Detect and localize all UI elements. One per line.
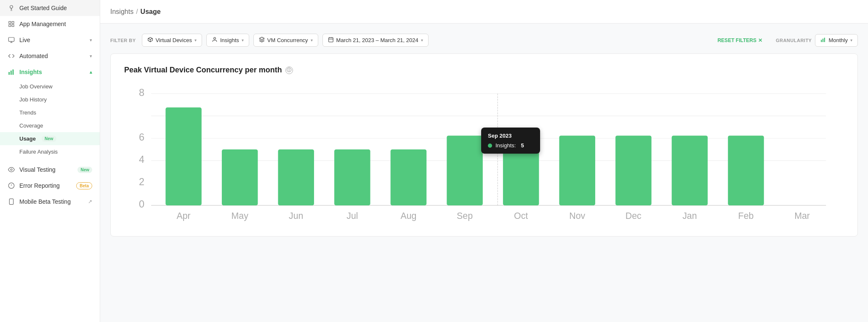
svg-text:4: 4 <box>139 154 144 165</box>
content-area: FILTER BY Virtual Devices ▾ Insights ▾ <box>100 24 868 322</box>
sidebar-sub-label-failure-analysis: Failure Analysis <box>19 149 58 155</box>
calendar-icon <box>328 37 334 44</box>
sidebar-label-visual-testing: Visual Testing <box>19 166 71 173</box>
bar-apr[interactable] <box>165 107 202 205</box>
breadcrumb-parent[interactable]: Insights <box>110 8 133 16</box>
sidebar-label-get-started: Get Started Guide <box>19 5 92 11</box>
bar-sep[interactable] <box>447 136 483 205</box>
chevron-down-icon: ▾ <box>242 38 244 43</box>
bar-jan[interactable] <box>672 136 708 205</box>
svg-text:Nov: Nov <box>569 211 585 221</box>
svg-point-12 <box>11 169 12 170</box>
svg-rect-10 <box>11 71 12 75</box>
bar-oct[interactable] <box>503 136 539 205</box>
bar-feb[interactable] <box>728 136 764 205</box>
chevron-down-icon: ▾ <box>90 37 92 43</box>
breadcrumb: Insights / Usage <box>110 8 161 16</box>
svg-point-19 <box>214 37 216 40</box>
chevron-down-icon: ▾ <box>311 38 313 43</box>
bar-chart-svg: 8 6 4 2 0 <box>124 85 844 228</box>
vm-concurrency-filter-label: VM Concurrency <box>267 37 308 43</box>
vm-concurrency-filter[interactable]: VM Concurrency ▾ <box>253 34 318 47</box>
sidebar-sub-item-usage[interactable]: Usage New <box>0 132 100 145</box>
insights-filter[interactable]: Insights ▾ <box>206 34 249 47</box>
reset-filters-button[interactable]: RESET FILTERS ✕ <box>717 37 762 43</box>
virtual-devices-filter[interactable]: Virtual Devices ▾ <box>142 34 202 47</box>
svg-text:6: 6 <box>139 132 144 143</box>
sidebar-sub-label-trends: Trends <box>19 109 36 116</box>
svg-rect-16 <box>9 199 13 204</box>
svg-rect-2 <box>9 21 11 24</box>
sidebar-sub-label-coverage: Coverage <box>19 122 43 129</box>
sidebar-sub-item-job-history[interactable]: Job History <box>0 93 100 106</box>
svg-text:Dec: Dec <box>626 211 642 221</box>
visual-testing-badge: New <box>77 167 92 173</box>
svg-text:Mar: Mar <box>794 211 810 221</box>
bar-dec[interactable] <box>615 136 652 205</box>
granularity-value: Monthly <box>828 37 848 43</box>
chart-wrapper: 8 6 4 2 0 <box>124 85 844 228</box>
svg-rect-21 <box>328 37 333 42</box>
bar-may[interactable] <box>222 149 258 205</box>
alert-icon <box>8 182 15 189</box>
svg-text:Sep: Sep <box>457 211 473 221</box>
svg-text:0: 0 <box>139 199 144 210</box>
bar-jul[interactable] <box>334 149 370 205</box>
sidebar-item-live[interactable]: Live ▾ <box>0 32 100 48</box>
sidebar-sub-item-failure-analysis[interactable]: Failure Analysis <box>0 145 100 158</box>
sidebar-label-automated: Automated <box>19 53 85 59</box>
grid-icon <box>8 20 15 28</box>
breadcrumb-current: Usage <box>141 8 161 16</box>
svg-text:Aug: Aug <box>400 211 416 221</box>
bar-chart-icon <box>8 68 15 76</box>
code-icon <box>8 52 15 60</box>
bar-jun[interactable] <box>278 149 314 205</box>
sidebar-sub-label-job-overview: Job Overview <box>19 83 53 90</box>
svg-rect-25 <box>821 40 822 42</box>
svg-marker-20 <box>259 37 264 40</box>
error-reporting-badge: Beta <box>76 182 92 189</box>
insights-filter-label: Insights <box>220 37 239 43</box>
svg-text:Feb: Feb <box>738 211 754 221</box>
cube-icon <box>147 37 153 44</box>
sidebar-item-insights[interactable]: Insights ▴ <box>0 64 100 80</box>
svg-text:May: May <box>231 211 248 221</box>
sidebar-label-error-reporting: Error Reporting <box>19 182 69 189</box>
sidebar-sub-item-coverage[interactable]: Coverage <box>0 119 100 132</box>
svg-rect-27 <box>824 37 825 42</box>
chevron-down-icon: ▾ <box>194 38 197 43</box>
sidebar-item-app-management[interactable]: App Management <box>0 16 100 32</box>
svg-text:8: 8 <box>139 87 144 98</box>
date-range-filter[interactable]: March 21, 2023 – March 21, 2024 ▾ <box>322 34 429 47</box>
svg-rect-4 <box>9 24 11 27</box>
usage-badge: New <box>42 136 56 142</box>
chart-area: 8 6 4 2 0 <box>124 85 844 228</box>
sidebar-label-live: Live <box>19 37 85 43</box>
bar-nov[interactable] <box>559 136 595 205</box>
sidebar-sub-item-job-overview[interactable]: Job Overview <box>0 80 100 93</box>
monitor-icon <box>8 36 15 44</box>
main-content: Insights / Usage FILTER BY Virtual Devic… <box>100 0 868 322</box>
topbar: Insights / Usage <box>100 0 868 24</box>
info-icon[interactable]: ⓘ <box>285 67 293 74</box>
sidebar-item-visual-testing[interactable]: Visual Testing New <box>0 162 100 178</box>
external-link-icon: ↗ <box>88 199 92 205</box>
granularity-label: GRANULARITY <box>776 38 812 43</box>
svg-text:Jul: Jul <box>346 211 358 221</box>
chart-title: Peak Virtual Device Concurrency per mont… <box>124 66 844 75</box>
svg-point-0 <box>10 5 13 8</box>
bar-aug[interactable] <box>391 149 427 205</box>
svg-text:Jan: Jan <box>682 211 697 221</box>
layers-icon <box>259 37 265 44</box>
svg-text:Oct: Oct <box>514 211 528 221</box>
sidebar-item-error-reporting[interactable]: Error Reporting Beta <box>0 178 100 194</box>
granularity-select[interactable]: Monthly ▾ <box>815 34 858 47</box>
sidebar-item-get-started[interactable]: Get Started Guide <box>0 0 100 16</box>
sidebar-item-automated[interactable]: Automated ▾ <box>0 48 100 64</box>
svg-rect-3 <box>12 21 14 24</box>
svg-rect-9 <box>8 72 10 75</box>
sidebar-item-mobile-beta[interactable]: Mobile Beta Testing ↗ <box>0 194 100 210</box>
sidebar-sub-item-trends[interactable]: Trends <box>0 106 100 119</box>
virtual-devices-filter-label: Virtual Devices <box>156 37 192 43</box>
granularity-section: GRANULARITY Monthly ▾ <box>776 34 858 47</box>
